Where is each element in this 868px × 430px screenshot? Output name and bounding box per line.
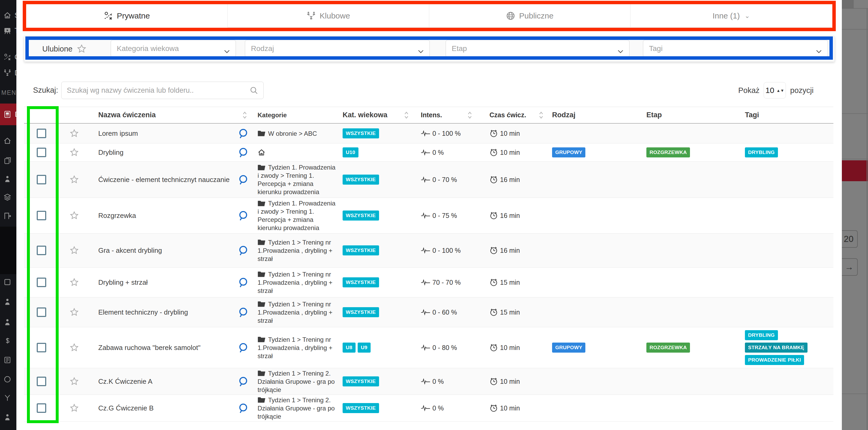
cell-time: 10 min [486,129,547,137]
cell-time: 16 min [486,211,547,220]
star-icon[interactable] [69,343,79,352]
preview-search-icon[interactable] [238,147,248,158]
star-icon[interactable] [69,148,79,157]
sidebar-menu-label: MENU [1,89,17,96]
clock-icon [490,377,498,386]
table-row: Cz.K Ćwiczenie ATydzien 1 > Trening 2.Dz… [24,368,833,395]
preview-search-icon[interactable] [238,376,248,387]
tab-klubowe[interactable]: Klubowe [227,4,429,28]
sidebar-item[interactable] [0,410,17,425]
filter-select-etap[interactable]: Etap [445,40,629,57]
tab-label: Klubowe [320,11,350,20]
preview-search-icon[interactable] [238,174,248,185]
column-header-tags: Tagi [742,111,833,119]
row-checkbox[interactable] [37,403,46,413]
sidebar-item[interactable] [0,372,17,387]
background-value-box[interactable]: 20 [842,230,858,248]
background-value: 20 [844,234,854,244]
clock-icon [490,308,498,316]
list-icon [3,356,11,364]
sidebar-item[interactable] [0,190,17,205]
category-path: trójkącie [257,413,281,420]
cell-favorite [59,343,90,352]
row-checkbox[interactable] [37,246,46,255]
divider [842,394,868,394]
tab-inne-1[interactable]: Inne (1)⌄ [630,4,832,28]
search-input[interactable]: Szukaj wg nazwy ćwiczenia lub folderu.. [61,82,264,99]
star-icon[interactable] [69,278,79,287]
column-header-age[interactable]: Kat. wiekowa [339,111,417,120]
preview-search-icon[interactable] [238,307,248,317]
row-checkbox[interactable] [37,377,46,386]
sidebar-item[interactable] [0,352,17,367]
column-header-intensity[interactable]: Intens. [417,111,486,120]
sidebar-item[interactable]: D [0,65,17,80]
kind-badge: GRUPOWY [552,147,585,157]
sidebar-item[interactable] [0,315,17,330]
star-icon[interactable] [69,377,79,386]
cell-name: Cz.K Ćwiczenie A [90,377,232,386]
sidebar-item[interactable] [0,133,17,148]
cell-intensity: 0 % [417,378,486,386]
preview-search-icon[interactable] [238,342,248,353]
column-header-name[interactable]: Nazwa ćwiczenia [90,111,254,120]
sidebar-item[interactable] [0,209,17,223]
person-icon [3,175,11,183]
filter-select-placeholder: Rodzaj [251,44,274,53]
sidebar-item[interactable]: Ć [0,50,17,64]
sidebar-item[interactable] [0,153,17,168]
filter-select-kategoria-wiekowa[interactable]: Kategoria wiekowa [111,40,236,57]
background-next-button[interactable]: → [842,258,858,276]
favorites-toggle[interactable]: Ulubione [42,44,87,54]
filter-select-rodzaj[interactable]: Rodzaj [245,40,430,57]
sidebar-item[interactable]: S [0,8,17,23]
sidebar-item[interactable] [0,295,17,309]
star-icon[interactable] [69,403,79,413]
cell-checkbox [24,377,59,386]
filter-select-tagi[interactable]: Tagi [643,40,828,57]
star-icon[interactable] [69,211,79,220]
preview-search-icon[interactable] [238,245,248,256]
sidebar-item[interactable] [0,333,17,348]
cell-intensity: 0 - 60 % [417,308,486,316]
tab-publiczne[interactable]: Publiczne [429,4,630,28]
cell-age: U10 [339,147,417,157]
row-checkbox[interactable] [37,307,46,317]
age-badge: WSZYSTKIE [343,128,379,139]
stepper-arrows-icon[interactable]: ▲▼ [776,89,784,92]
preview-search-icon[interactable] [238,210,248,221]
star-icon[interactable] [69,175,79,184]
row-checkbox[interactable] [37,175,46,184]
preview-search-icon[interactable] [238,277,248,288]
row-checkbox[interactable] [37,211,46,220]
star-icon[interactable] [69,246,79,255]
wave-icon [421,308,430,316]
exercise-name: Lorem ipsum [98,129,138,137]
page-size-stepper[interactable]: 10 ▲▼ [764,82,786,98]
preview-search-icon[interactable] [238,403,248,413]
tab-prywatne[interactable]: Prywatne [26,4,227,28]
preview-search-icon[interactable] [238,128,248,139]
sidebar-item[interactable] [0,275,17,289]
intensity-value: 0 % [432,149,444,156]
star-icon[interactable] [69,129,79,138]
row-checkbox[interactable] [37,148,46,157]
sidebar-item[interactable]: T [0,23,17,38]
sidebar-item[interactable] [0,390,17,405]
sidebar-item-active[interactable]: D [0,103,17,125]
column-header-label: Etap [646,111,662,119]
cell-categories: Tydzien 1 > Trening 2.Działania Grupowe … [254,369,339,394]
page-size-control: Pokaż 10 ▲▼ pozycji [738,82,814,98]
column-header-time[interactable]: Czas ćwicz. [486,111,547,120]
star-icon[interactable] [69,307,79,317]
row-checkbox[interactable] [37,343,46,352]
scrollbar-thumb[interactable] [842,0,854,8]
row-checkbox[interactable] [37,129,46,138]
sidebar-dark-section [0,226,17,274]
category-path: 1.Prowadzenia , drybling + [257,309,333,316]
sidebar-item[interactable] [0,172,17,186]
age-badge: WSZYSTKIE [343,277,379,287]
tag-badge: STRZAŁY NA BRAMKĘ [745,343,807,352]
folder-icon [257,200,266,207]
row-checkbox[interactable] [37,278,46,287]
